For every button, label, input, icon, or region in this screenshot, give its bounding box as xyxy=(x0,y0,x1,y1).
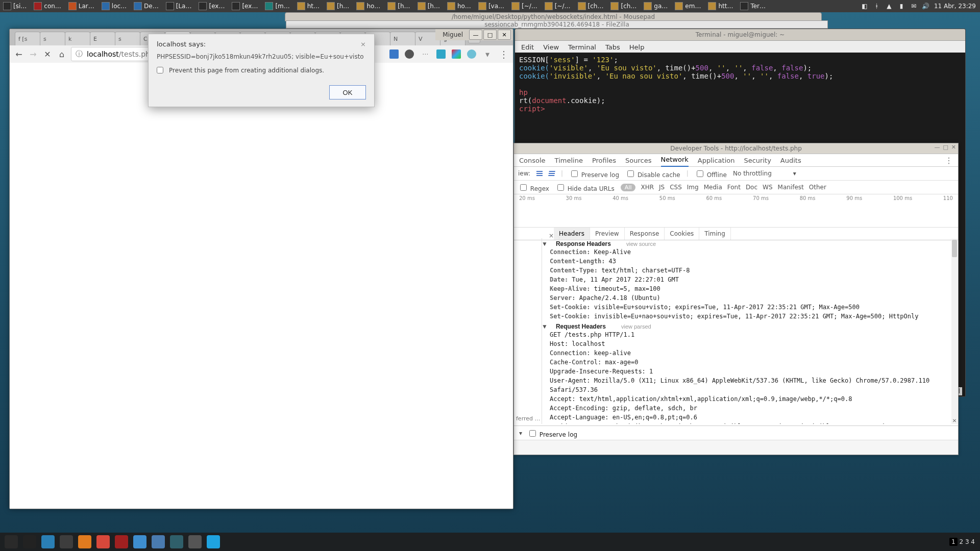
panel-security[interactable]: Security xyxy=(744,157,771,164)
view-source-link[interactable]: view source xyxy=(626,241,656,247)
dock-downloads[interactable] xyxy=(150,534,166,550)
notif-icon[interactable]: ◧ xyxy=(861,2,869,10)
browser-tab[interactable]: k xyxy=(65,32,90,45)
minimize-icon[interactable]: — xyxy=(469,30,482,40)
browser-tab[interactable]: E xyxy=(90,32,115,45)
task-item[interactable]: [~/… xyxy=(508,0,541,12)
battery-icon[interactable]: ▮ xyxy=(897,2,905,10)
profile-label[interactable]: Miguel xyxy=(437,31,468,38)
panel-timeline[interactable]: Timeline xyxy=(555,157,583,164)
clock[interactable]: 11 Abr, 23:29 xyxy=(934,3,976,10)
task-item[interactable]: em… xyxy=(672,0,704,12)
dock-firefox[interactable] xyxy=(77,534,93,550)
ext-wand-icon[interactable] xyxy=(452,49,461,59)
filter-manifest[interactable]: Manifest xyxy=(778,184,804,191)
filter-all[interactable]: All xyxy=(621,184,636,191)
view-parsed-link[interactable]: view parsed xyxy=(621,323,651,330)
chevron-down-icon[interactable]: ▾ xyxy=(482,49,493,59)
menu-tabs[interactable]: Tabs xyxy=(605,43,620,51)
headers-pane[interactable]: ▼Response Headersview source Connection:… xyxy=(542,238,952,424)
dock-filezilla[interactable] xyxy=(113,534,130,550)
console-preserve-check[interactable]: Preserve log xyxy=(527,429,577,438)
bluetooth-icon[interactable]: ᚼ xyxy=(873,2,881,10)
ext-icon[interactable] xyxy=(389,49,399,59)
ext-gear-icon[interactable] xyxy=(405,49,414,59)
dock-text-editor[interactable] xyxy=(40,534,56,550)
task-item[interactable]: [ch… xyxy=(607,0,640,12)
dock-liferea[interactable] xyxy=(132,534,148,550)
close-icon[interactable]: × xyxy=(360,40,366,48)
task-item[interactable]: [h… xyxy=(414,0,443,12)
dock-skype[interactable] xyxy=(205,534,222,550)
filter-font[interactable]: Font xyxy=(727,184,741,191)
task-item[interactable]: [va… xyxy=(475,0,507,12)
min-icon[interactable]: — xyxy=(934,144,940,151)
task-item[interactable]: ht… xyxy=(294,0,323,12)
volume-icon[interactable]: 🔊 xyxy=(922,2,930,10)
dock-monitor[interactable] xyxy=(187,534,203,550)
task-item[interactable]: [h… xyxy=(324,0,352,12)
close-scroll-icon[interactable]: ✕ xyxy=(951,417,958,424)
task-item[interactable]: con… xyxy=(31,0,64,12)
menu-help[interactable]: Help xyxy=(629,43,645,51)
task-item[interactable]: De… xyxy=(131,0,162,12)
task-item[interactable]: [ex… xyxy=(195,0,228,12)
filter-doc[interactable]: Doc xyxy=(746,184,757,191)
task-item[interactable]: [si… xyxy=(0,0,30,12)
chevron-down-icon[interactable]: ▾ xyxy=(519,430,522,437)
task-item[interactable]: Lar… xyxy=(65,0,97,12)
max-icon[interactable]: □ xyxy=(943,144,948,151)
task-item[interactable]: [h… xyxy=(384,0,413,12)
task-item[interactable]: ho… xyxy=(444,0,474,12)
back-icon[interactable]: ← xyxy=(14,49,24,59)
regex-check[interactable]: Regex xyxy=(518,183,549,192)
info-icon[interactable]: ⓘ xyxy=(76,49,83,59)
throttling-select[interactable]: No throttling ▾ xyxy=(733,170,796,177)
offline-check[interactable]: Offline xyxy=(695,169,727,179)
ext-icon[interactable] xyxy=(436,49,446,59)
network-request-list[interactable]: ferred … xyxy=(514,238,542,424)
panel-sources[interactable]: Sources xyxy=(625,157,651,164)
menu-view[interactable]: View xyxy=(543,43,559,51)
stop-icon[interactable]: ✕ xyxy=(42,49,53,59)
task-item[interactable]: [~/… xyxy=(542,0,574,12)
wifi-icon[interactable]: ▲ xyxy=(885,2,893,10)
more-icon[interactable]: ⋮ xyxy=(945,156,953,165)
browser-tab[interactable]: s xyxy=(40,32,65,45)
filter-media[interactable]: Media xyxy=(704,184,722,191)
panel-network[interactable]: Network xyxy=(661,154,689,167)
close-icon[interactable]: ✕ xyxy=(498,30,511,40)
task-item[interactable]: htt… xyxy=(705,0,736,12)
task-item[interactable]: [ch… xyxy=(575,0,607,12)
filter-other[interactable]: Other xyxy=(809,184,826,191)
disable-cache-check[interactable]: Disable cache xyxy=(625,169,680,179)
network-timeline[interactable]: 20 ms30 ms40 ms50 ms60 ms70 ms80 ms90 ms… xyxy=(514,194,958,228)
close-icon[interactable]: ✕ xyxy=(951,144,956,151)
view-large-icon[interactable] xyxy=(536,171,543,176)
dock-terminal[interactable] xyxy=(21,534,38,550)
dock-fish[interactable] xyxy=(168,534,185,550)
task-item[interactable]: Ter… xyxy=(737,0,769,12)
browser-tab[interactable]: s xyxy=(115,32,140,45)
panel-application[interactable]: Application xyxy=(698,157,735,164)
terminal-title[interactable]: Terminal - miguel@miguel: ~ xyxy=(515,29,965,41)
workspace-switcher[interactable]: 1 2 3 4 xyxy=(947,538,977,545)
mail-icon[interactable]: ✉ xyxy=(910,2,918,10)
prevent-dialogs-check[interactable] xyxy=(157,67,163,73)
task-item[interactable]: [La… xyxy=(163,0,195,12)
task-item[interactable]: [ex… xyxy=(229,0,261,12)
ok-button[interactable]: OK xyxy=(329,85,366,99)
filter-css[interactable]: CSS xyxy=(670,184,682,191)
scrollbar[interactable]: ✕ xyxy=(951,239,958,424)
menu-icon[interactable]: ⋮ xyxy=(499,49,509,59)
panel-console[interactable]: Console xyxy=(519,157,546,164)
filter-xhr[interactable]: XHR xyxy=(641,184,654,191)
devtools-title[interactable]: Developer Tools - http://localhost/tests… xyxy=(514,143,958,154)
view-small-icon[interactable] xyxy=(548,171,555,176)
dock-chrome[interactable] xyxy=(95,534,111,550)
dock-sublime[interactable] xyxy=(58,534,75,550)
task-item[interactable]: ga… xyxy=(641,0,671,12)
filter-img[interactable]: Img xyxy=(687,184,699,191)
browser-tab[interactable]: f [s xyxy=(15,32,40,45)
hide-data-urls-check[interactable]: Hide data URLs xyxy=(555,183,615,192)
